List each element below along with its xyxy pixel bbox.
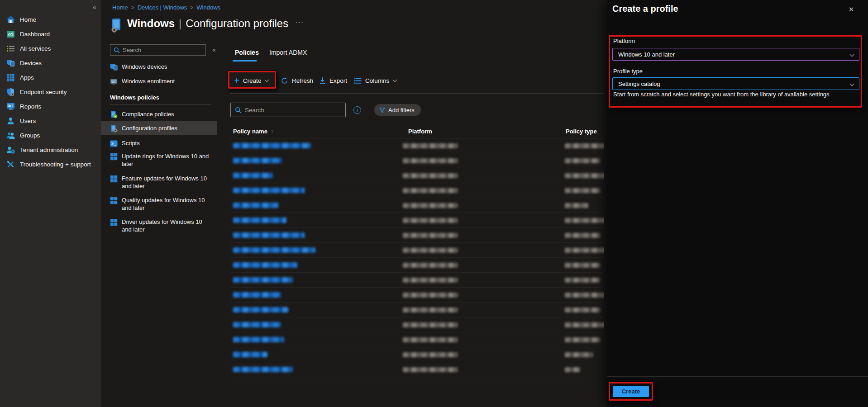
blade-menu-item-windows-devices[interactable]: Windows devices bbox=[101, 60, 217, 73]
blade-menu-item-driver-updates-for-windows-10-and-later[interactable]: Driver updates for Windows 10 and later bbox=[101, 218, 217, 236]
table-row[interactable] bbox=[230, 153, 604, 168]
sidebar-item-all-services[interactable]: All services bbox=[0, 42, 101, 55]
table-row[interactable] bbox=[230, 228, 604, 243]
table-row[interactable] bbox=[230, 138, 604, 153]
more-actions-icon[interactable]: ··· bbox=[296, 18, 304, 26]
blade-menu-item-configuration-profiles[interactable]: Configuration profiles bbox=[101, 121, 217, 135]
toolbar-button-label: Columns bbox=[365, 77, 389, 84]
blade-menu-item-scripts[interactable]: Scripts bbox=[101, 137, 217, 149]
sidebar-item-endpoint-security[interactable]: Endpoint security bbox=[0, 85, 101, 98]
platform-value: Windows 10 and later bbox=[618, 51, 850, 58]
blade-menu-item-label: Quality updates for Windows 10 and later bbox=[122, 196, 212, 212]
close-icon[interactable]: ✕ bbox=[846, 5, 856, 14]
selected-tab-underline bbox=[233, 60, 257, 62]
redacted-policy-name-link[interactable] bbox=[233, 173, 273, 178]
sidebar-item-tenant-administration[interactable]: Tenant administration bbox=[0, 143, 101, 156]
add-filters-button[interactable]: Add filters bbox=[374, 104, 421, 116]
blade-menu-item-feature-updates-for-windows-10-and-later[interactable]: Feature updates for Windows 10 and later bbox=[101, 175, 217, 193]
table-row[interactable] bbox=[230, 213, 604, 228]
sidebar-item-home[interactable]: Home bbox=[0, 13, 101, 26]
blade-menu-item-windows-enrollment[interactable]: Windows enrollment bbox=[101, 75, 217, 87]
redacted-platform-value bbox=[403, 352, 458, 357]
columns-button[interactable]: Columns bbox=[354, 72, 396, 89]
create-profile-panel: Create a profile ✕ Platform Windows 10 a… bbox=[607, 0, 868, 407]
redacted-platform-value bbox=[403, 188, 458, 193]
redacted-platform-value bbox=[403, 308, 458, 312]
sidebar-item-label: Reports bbox=[20, 103, 41, 110]
column-policy-type[interactable]: Policy type bbox=[566, 128, 597, 135]
table-row[interactable] bbox=[230, 168, 604, 183]
table-row[interactable] bbox=[230, 317, 604, 332]
redacted-policy-name-link[interactable] bbox=[233, 218, 286, 223]
platform-dropdown[interactable]: Windows 10 and later bbox=[612, 48, 859, 61]
blade-menu-collapse-icon[interactable]: « bbox=[209, 45, 219, 55]
redacted-policy-name-link[interactable] bbox=[233, 232, 305, 238]
plus-icon: + bbox=[234, 76, 239, 85]
blade-menu-search[interactable] bbox=[110, 44, 206, 56]
sidebar-item-devices[interactable]: Devices bbox=[0, 57, 101, 69]
troubleshooting-icon bbox=[6, 160, 15, 169]
table-row[interactable] bbox=[230, 243, 604, 258]
home-icon bbox=[6, 15, 15, 24]
table-search[interactable] bbox=[230, 103, 346, 117]
redacted-policy-name-link[interactable] bbox=[233, 292, 281, 298]
sidebar-item-users[interactable]: Users bbox=[0, 114, 101, 127]
add-filters-label: Add filters bbox=[388, 107, 415, 114]
sidebar-item-reports[interactable]: Reports bbox=[0, 100, 101, 113]
devices-icon bbox=[6, 59, 15, 67]
table-row[interactable] bbox=[230, 273, 604, 288]
blade-menu-item-update-rings-for-windows-10-and-later[interactable]: Update rings for Windows 10 and later bbox=[101, 152, 217, 170]
redacted-policy-name-link[interactable] bbox=[233, 277, 293, 283]
redacted-policy-type-value bbox=[565, 293, 604, 298]
tab-import-admx[interactable]: Import ADMX bbox=[269, 49, 307, 56]
redacted-policy-name-link[interactable] bbox=[233, 158, 282, 163]
table-row[interactable] bbox=[230, 258, 604, 273]
blade-menu-item-label: Update rings for Windows 10 and later bbox=[122, 152, 212, 168]
redacted-policy-name-link[interactable] bbox=[233, 352, 267, 357]
sidebar-item-dashboard[interactable]: Dashboard bbox=[0, 28, 101, 40]
sidebar-collapse-icon[interactable]: « bbox=[90, 2, 100, 12]
blade-menu-item-label: Feature updates for Windows 10 and later bbox=[122, 175, 212, 190]
redacted-platform-value bbox=[403, 263, 458, 268]
table-row[interactable] bbox=[230, 288, 604, 303]
redacted-platform-value bbox=[403, 233, 458, 238]
redacted-policy-name-link[interactable] bbox=[233, 188, 305, 193]
sidebar-item-apps[interactable]: Apps bbox=[0, 71, 101, 84]
sidebar-item-label: Tenant administration bbox=[20, 147, 78, 153]
table-row[interactable] bbox=[230, 347, 604, 362]
redacted-policy-name-link[interactable] bbox=[233, 203, 278, 208]
blade-menu-search-input[interactable] bbox=[123, 47, 200, 53]
sidebar-item-label: Users bbox=[20, 118, 36, 124]
tab-policies[interactable]: Policies bbox=[235, 49, 259, 56]
create-button[interactable]: +Create bbox=[234, 72, 268, 89]
sidebar-item-troubleshooting-support[interactable]: Troubleshooting + support bbox=[0, 158, 101, 170]
redacted-policy-type-value bbox=[565, 322, 604, 327]
table-row[interactable] bbox=[230, 332, 604, 347]
table-row[interactable] bbox=[230, 303, 604, 317]
sidebar-item-label: Dashboard bbox=[20, 31, 50, 38]
redacted-platform-value bbox=[403, 203, 458, 208]
sidebar-item-groups[interactable]: Groups bbox=[0, 129, 101, 142]
column-policy-name[interactable]: Policy name↑ bbox=[233, 128, 273, 135]
blade-menu-item-quality-updates-for-windows-10-and-later[interactable]: Quality updates for Windows 10 and later bbox=[101, 196, 217, 214]
panel-footer-divider bbox=[607, 376, 868, 377]
table-row[interactable] bbox=[230, 362, 604, 377]
table-row[interactable] bbox=[230, 198, 604, 213]
refresh-button[interactable]: Refresh bbox=[281, 72, 313, 89]
table-search-input[interactable] bbox=[245, 107, 340, 114]
redacted-policy-name-link[interactable] bbox=[233, 322, 281, 327]
redacted-policy-type-value bbox=[565, 188, 600, 193]
redacted-policy-name-link[interactable] bbox=[233, 143, 311, 148]
info-icon[interactable]: i bbox=[353, 106, 361, 114]
blade-menu-item-compliance-policies[interactable]: Compliance policies bbox=[101, 108, 217, 120]
column-platform[interactable]: Platform bbox=[408, 128, 432, 135]
table-row[interactable] bbox=[230, 183, 604, 198]
export-button[interactable]: Export bbox=[319, 72, 347, 89]
profile-type-dropdown[interactable]: Settings catalog bbox=[612, 77, 859, 90]
tenant-administration-icon bbox=[6, 146, 15, 154]
redacted-policy-name-link[interactable] bbox=[233, 337, 284, 342]
redacted-policy-name-link[interactable] bbox=[233, 247, 315, 253]
redacted-policy-name-link[interactable] bbox=[233, 262, 297, 268]
redacted-policy-name-link[interactable] bbox=[233, 307, 288, 312]
redacted-policy-name-link[interactable] bbox=[233, 367, 293, 372]
